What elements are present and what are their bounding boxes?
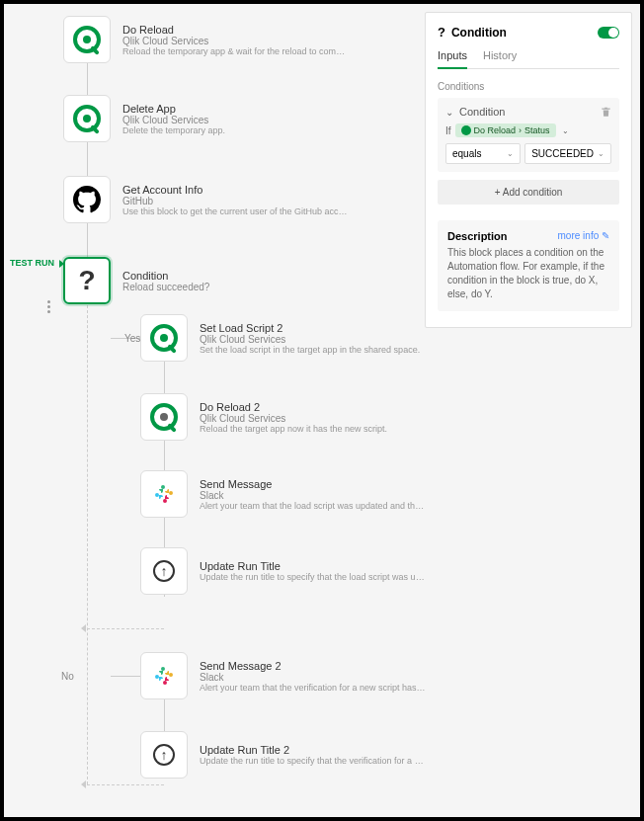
enabled-toggle[interactable] (598, 27, 619, 39)
block-title: Send Message 2 (200, 660, 427, 672)
chevron-down-icon[interactable]: ⌄ (445, 107, 453, 118)
block-desc: Delete the temporary app. (122, 125, 225, 135)
qlik-icon (63, 95, 111, 142)
block-sub: Qlik Cloud Services (122, 115, 225, 125)
block-do-reload[interactable]: Do Reload Qlik Cloud Services Reload the… (63, 16, 350, 63)
block-desc: Reload the temporary app & wait for the … (122, 46, 350, 56)
operator-select[interactable]: equals⌄ (445, 143, 521, 164)
tab-inputs[interactable]: Inputs (438, 49, 467, 69)
desc-title: Description (447, 230, 508, 242)
add-condition-button[interactable]: + Add condition (438, 180, 619, 205)
side-panel: ? Condition Inputs History Conditions ⌄ … (425, 12, 632, 328)
arrow-up-circle-icon (140, 731, 188, 779)
value-select[interactable]: SUCCEEDED⌄ (524, 143, 611, 164)
trash-icon[interactable] (601, 107, 611, 118)
panel-title: Condition (451, 26, 507, 40)
block-sub: Qlik Cloud Services (200, 413, 387, 424)
block-desc: Update the run title to specify that the… (200, 572, 427, 582)
block-desc: Set the load script in the target app in… (200, 345, 420, 355)
block-sub: Slack (200, 672, 427, 683)
arrow-up-circle-icon (140, 547, 188, 595)
block-title: Update Run Title 2 (200, 744, 427, 756)
conditions-label: Conditions (438, 81, 619, 92)
block-desc: Alert your team that the verification fo… (200, 683, 427, 693)
chevron-down-icon[interactable]: ⌄ (562, 126, 569, 135)
question-icon: ? (63, 257, 111, 304)
condition-name: Condition (459, 106, 595, 118)
block-sub: Slack (200, 490, 427, 501)
more-info-link[interactable]: more info ✎ (558, 230, 609, 242)
test-run-label[interactable]: TEST RUN (10, 258, 64, 268)
block-desc: Update the run title to specify that the… (200, 756, 427, 766)
block-do-reload-2[interactable]: Do Reload 2 Qlik Cloud Services Reload t… (140, 393, 387, 441)
block-title: Delete App (122, 103, 225, 115)
block-sub: Reload succeeded? (122, 282, 209, 292)
block-title: Do Reload 2 (200, 401, 387, 413)
block-title: Set Load Script 2 (200, 322, 420, 334)
condition-editor: ⌄ Condition If Do Reload › Status ⌄ equa… (438, 98, 619, 172)
if-label: If (445, 125, 451, 136)
block-title: Send Message (200, 478, 427, 490)
block-set-load[interactable]: Set Load Script 2 Qlik Cloud Services Se… (140, 314, 420, 362)
block-update-run[interactable]: Update Run Title Update the run title to… (140, 547, 427, 595)
block-get-account[interactable]: Get Account Info GitHub Use this block t… (63, 176, 350, 223)
block-condition[interactable]: ? Condition Reload succeeded? (63, 257, 209, 304)
slack-icon (140, 652, 188, 699)
yes-label: Yes (124, 333, 140, 344)
block-sub: Qlik Cloud Services (122, 36, 350, 46)
block-desc: Alert your team that the load script was… (200, 501, 427, 511)
slack-icon (140, 470, 188, 518)
block-sub: GitHub (122, 196, 350, 206)
desc-text: This block places a condition on the Aut… (447, 246, 609, 301)
block-update-run-2[interactable]: Update Run Title 2 Update the run title … (140, 731, 427, 779)
github-icon (63, 176, 111, 223)
qlik-icon (63, 16, 111, 63)
block-title: Get Account Info (122, 184, 350, 196)
block-title: Update Run Title (200, 560, 427, 572)
block-title: Condition (122, 270, 209, 282)
block-delete-app[interactable]: Delete App Qlik Cloud Services Delete th… (63, 95, 225, 142)
block-sub: Qlik Cloud Services (200, 334, 420, 345)
qlik-icon (140, 314, 188, 362)
drag-handle-icon[interactable] (47, 300, 50, 313)
block-desc: Reload the target app now it has the new… (200, 424, 387, 434)
block-title: Do Reload (122, 24, 350, 36)
block-desc: Use this block to get the current user o… (122, 206, 350, 216)
question-icon: ? (438, 25, 445, 40)
qlik-dot-icon (461, 125, 471, 135)
qlik-icon (140, 393, 188, 441)
tab-history[interactable]: History (483, 49, 517, 68)
no-label: No (61, 671, 74, 682)
field-pill[interactable]: Do Reload › Status (455, 123, 556, 137)
description-box: Description more info ✎ This block place… (438, 220, 619, 311)
block-send-msg[interactable]: Send Message Slack Alert your team that … (140, 470, 427, 518)
block-send-msg-2[interactable]: Send Message 2 Slack Alert your team tha… (140, 652, 427, 699)
